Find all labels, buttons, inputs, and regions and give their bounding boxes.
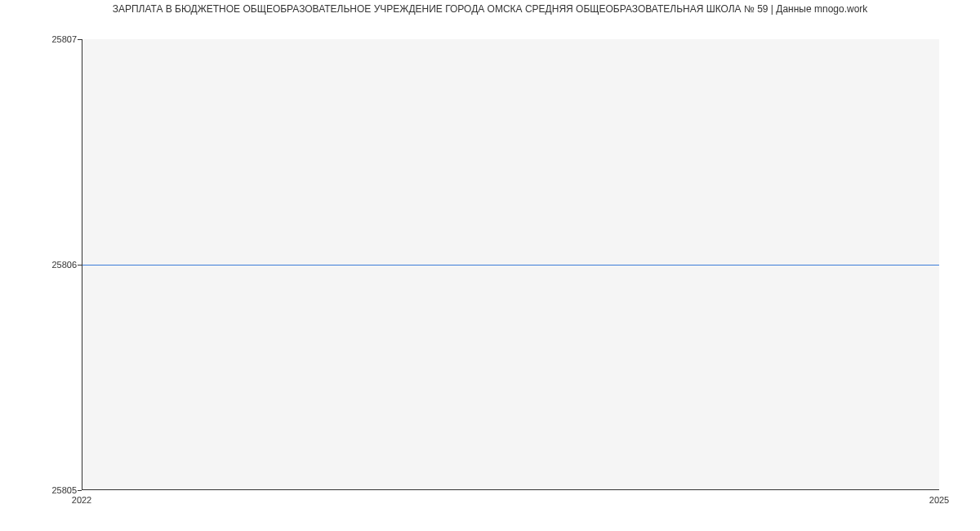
- data-line-salary: [82, 265, 939, 266]
- x-tick-label: 2022: [72, 495, 91, 505]
- plot-area: [82, 39, 939, 490]
- y-tick-label: 25806: [28, 260, 77, 270]
- salary-chart: ЗАРПЛАТА В БЮДЖЕТНОЕ ОБЩЕОБРАЗОВАТЕЛЬНОЕ…: [0, 0, 980, 531]
- y-tick-mark: [78, 490, 82, 491]
- chart-title: ЗАРПЛАТА В БЮДЖЕТНОЕ ОБЩЕОБРАЗОВАТЕЛЬНОЕ…: [0, 3, 980, 15]
- x-tick-label: 2025: [929, 495, 949, 505]
- y-tick-label: 25807: [28, 34, 77, 44]
- y-tick-label: 25805: [28, 485, 77, 495]
